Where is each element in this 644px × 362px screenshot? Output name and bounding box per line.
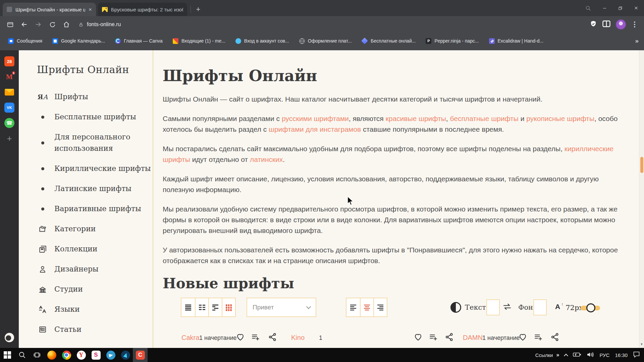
- menu-item-personal-use[interactable]: Для персонального использования: [37, 131, 153, 154]
- links-toolbar-label[interactable]: Ссылки: [535, 352, 553, 358]
- menu-item-free-fonts[interactable]: Бесплатные шрифты: [37, 111, 153, 123]
- address-bar[interactable]: fonts-online.ru: [78, 21, 121, 27]
- minimize-button[interactable]: –: [597, 0, 612, 16]
- menu-item-articles[interactable]: Статьи: [37, 324, 153, 335]
- menu-item-categories[interactable]: Категории: [37, 223, 153, 235]
- scrollbar-thumb[interactable]: [640, 157, 643, 173]
- taskbar-s-app-icon[interactable]: S: [89, 348, 103, 362]
- sidebar-panel-icon[interactable]: [4, 18, 16, 31]
- swap-colors-icon[interactable]: [502, 303, 512, 312]
- taskbar-c-app-icon-active[interactable]: C: [133, 348, 148, 362]
- gmail-icon[interactable]: M 1: [4, 72, 14, 82]
- add-service-icon[interactable]: +: [4, 133, 14, 143]
- notification-center-icon[interactable]: [633, 351, 640, 359]
- favorite-heart-icon[interactable]: [236, 333, 245, 342]
- tab-close-icon[interactable]: ×: [89, 7, 92, 12]
- close-window-button[interactable]: ×: [628, 0, 644, 16]
- font-link-kino[interactable]: Kino: [291, 334, 305, 342]
- bookmark-payment[interactable]: Оформление плат...: [299, 38, 352, 44]
- strip-bottom-button[interactable]: [4, 332, 15, 343]
- battery-icon[interactable]: [573, 352, 581, 359]
- reload-icon[interactable]: [46, 18, 58, 31]
- bookmark-messages[interactable]: Сообщения: [8, 38, 42, 44]
- bookmark-google-calendar[interactable]: Google Календарь...: [52, 38, 105, 44]
- volume-icon[interactable]: [587, 352, 594, 359]
- page-scrollbar[interactable]: ▼: [639, 50, 644, 348]
- bookmark-account-login[interactable]: Вход в аккаунт сов...: [235, 38, 289, 44]
- shield-icon[interactable]: [590, 20, 597, 29]
- taskbar-navigator-icon[interactable]: [118, 348, 133, 362]
- menu-item-fonts[interactable]: ЯA Шрифты: [37, 91, 153, 103]
- taskbar-firefox-icon[interactable]: [44, 348, 59, 362]
- taskbar-telegram-icon[interactable]: [103, 348, 118, 362]
- bookmark-excalidraw[interactable]: Excalidraw | Hand-d...: [489, 38, 544, 44]
- menu-item-studios[interactable]: Студии: [37, 284, 153, 295]
- start-button[interactable]: [0, 348, 15, 362]
- font-size-slider[interactable]: [581, 306, 600, 310]
- home-icon[interactable]: [60, 18, 72, 31]
- menu-item-designers[interactable]: Дизайнеры: [37, 263, 153, 275]
- language-indicator[interactable]: РУС: [599, 352, 609, 358]
- tab-fonts-online[interactable]: Шрифты Онлайн - красивые ш ×: [3, 3, 96, 16]
- scroll-down-icon[interactable]: ▼: [639, 343, 644, 346]
- whatsapp-icon[interactable]: ☎: [4, 118, 14, 128]
- view-rows-button[interactable]: [181, 298, 195, 316]
- link-russian-fonts[interactable]: русскими шрифтами: [282, 115, 349, 122]
- taskbar-search-icon[interactable]: [15, 348, 30, 362]
- new-tab-button[interactable]: +: [193, 4, 204, 15]
- background-color-swatch[interactable]: [533, 299, 547, 315]
- slider-knob[interactable]: [586, 303, 595, 312]
- favorite-heart-icon[interactable]: [518, 333, 527, 342]
- hidden-icons-chevron[interactable]: [564, 354, 569, 358]
- link-beautiful-fonts[interactable]: красивые шрифты: [386, 115, 446, 122]
- share-icon[interactable]: [445, 333, 454, 342]
- bookmark-free-online[interactable]: Бесплатные онлай...: [362, 38, 416, 44]
- add-to-list-icon[interactable]: [429, 333, 438, 342]
- link-latin-fonts[interactable]: латинских: [250, 156, 283, 163]
- favorite-heart-icon[interactable]: [414, 333, 423, 342]
- share-icon[interactable]: [550, 333, 559, 342]
- align-left-button[interactable]: [346, 298, 360, 316]
- view-grid-button-active[interactable]: [222, 298, 235, 316]
- link-handwritten-fonts[interactable]: рукописные шрифты: [526, 115, 594, 122]
- font-link-damn[interactable]: DAMN: [463, 334, 483, 342]
- menu-item-collections[interactable]: Коллекции: [37, 243, 153, 255]
- bookmark-canva[interactable]: Главная — Canva: [115, 38, 163, 44]
- split-view-icon[interactable]: [602, 20, 610, 28]
- share-icon[interactable]: [268, 333, 277, 342]
- link-instagram-fonts[interactable]: шрифтами для инстаграмов: [269, 125, 361, 133]
- add-to-list-icon[interactable]: [251, 333, 260, 342]
- calendar-date-icon[interactable]: 28: [4, 56, 14, 66]
- browser-menu-icon[interactable]: [631, 21, 638, 27]
- font-link-cakra[interactable]: Cakra: [181, 334, 199, 342]
- tab-bruskovye-shrifty[interactable]: Брусковые шрифты: 2 тыс изображ: [98, 3, 187, 16]
- taskbar-yandex-icon[interactable]: Y: [74, 348, 89, 362]
- site-logo-title[interactable]: Шрифты Онлайн: [37, 64, 153, 76]
- menu-item-variable-fonts[interactable]: Вариативные шрифты: [37, 203, 153, 215]
- bookmark-pepper-ninja[interactable]: PPepper.ninja - парс...: [426, 38, 479, 44]
- align-center-button-active[interactable]: [360, 298, 373, 316]
- bookmark-inbox[interactable]: Входящие (1) - me...: [173, 38, 225, 44]
- text-color-swatch[interactable]: [486, 299, 500, 315]
- taskbar-chrome-icon[interactable]: [59, 348, 74, 362]
- vk-icon[interactable]: VK: [4, 103, 14, 113]
- profile-avatar[interactable]: [616, 19, 626, 29]
- clock[interactable]: 16:30: [615, 352, 628, 358]
- link-free-fonts[interactable]: бесплатные шрифты: [450, 115, 519, 122]
- menu-item-cyrillic-fonts[interactable]: Кириллические шрифты: [37, 163, 153, 174]
- menu-item-languages[interactable]: Языки: [37, 304, 153, 315]
- restore-button[interactable]: [612, 0, 628, 16]
- sample-text-select[interactable]: Привет: [247, 298, 316, 317]
- task-view-icon[interactable]: [30, 348, 44, 362]
- mail-envelope-icon[interactable]: [4, 87, 14, 97]
- back-icon[interactable]: [18, 18, 30, 31]
- forward-icon[interactable]: [32, 18, 44, 31]
- add-to-list-icon[interactable]: [534, 333, 543, 342]
- bookmarks-overflow-icon[interactable]: »: [635, 37, 639, 45]
- view-columns-button[interactable]: [195, 298, 208, 316]
- view-mixed-button[interactable]: [208, 298, 222, 316]
- search-tabs-icon[interactable]: [581, 5, 595, 11]
- menu-item-latin-fonts[interactable]: Латинские шрифты: [37, 183, 153, 194]
- align-right-button[interactable]: [373, 298, 387, 316]
- links-overflow-icon[interactable]: »: [556, 352, 559, 358]
